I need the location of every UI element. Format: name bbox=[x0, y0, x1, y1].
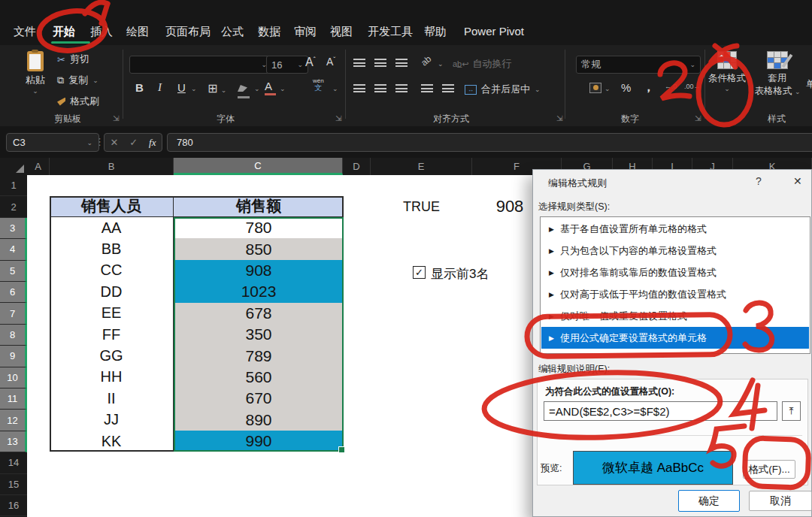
row-header-15[interactable]: 15 bbox=[0, 474, 27, 495]
name-box[interactable]: C3⌄ bbox=[6, 133, 99, 152]
row-header-9[interactable]: 9 bbox=[0, 346, 27, 367]
italic-button[interactable]: I bbox=[158, 81, 162, 94]
row-header-10[interactable]: 10 bbox=[0, 367, 27, 389]
menu-tab-10[interactable]: 帮助 bbox=[424, 25, 447, 39]
menu-tab-file[interactable]: 文件 bbox=[14, 25, 36, 39]
table-cell-value-II[interactable]: 670 bbox=[174, 388, 344, 409]
column-header-D[interactable]: D bbox=[343, 158, 371, 175]
column-header-E[interactable]: E bbox=[371, 158, 472, 175]
table-cell-name-AA[interactable]: AA bbox=[50, 217, 174, 238]
number-format-combo[interactable]: 常规⌄ bbox=[576, 56, 701, 74]
menu-tab-9[interactable]: 开发工具 bbox=[368, 25, 413, 39]
table-cell-name-FF[interactable]: FF bbox=[50, 324, 174, 345]
menu-tab-8[interactable]: 视图 bbox=[330, 25, 353, 39]
rule-formula-input[interactable]: =AND($E$2,C3>=$F$2) bbox=[544, 401, 777, 421]
align-right-icon[interactable] bbox=[395, 84, 408, 92]
dialog-close-button[interactable]: ✕ bbox=[793, 175, 802, 187]
paste-button[interactable]: 粘贴 ⌄ bbox=[18, 51, 53, 95]
shrink-font-button[interactable]: Aˇ bbox=[326, 56, 335, 68]
conditional-formatting-button[interactable]: 条件格式 ⌄ bbox=[705, 51, 749, 92]
cell-styles-button[interactable]: 单 bbox=[806, 78, 812, 91]
percent-style-button[interactable]: % bbox=[621, 81, 631, 94]
dialog-help-button[interactable]: ? bbox=[756, 175, 762, 187]
increase-decimal-icon[interactable]: ←.0 bbox=[665, 83, 677, 90]
orientation-icon[interactable]: ab bbox=[419, 53, 433, 68]
number-launcher-icon[interactable]: ⇲ bbox=[695, 114, 701, 122]
select-all-corner[interactable] bbox=[0, 158, 27, 175]
menu-tab-home[interactable]: 开始 bbox=[53, 25, 75, 39]
underline-dropdown[interactable]: ⌄ bbox=[191, 85, 197, 92]
menu-tab-3[interactable]: 绘图 bbox=[126, 25, 149, 39]
table-cell-name-HH[interactable]: HH bbox=[50, 367, 174, 388]
phonetic-dropdown[interactable]: ⌄ bbox=[332, 85, 338, 92]
table-cell-name-CC[interactable]: CC bbox=[50, 260, 174, 281]
font-launcher-icon[interactable]: ⇲ bbox=[335, 114, 341, 122]
comma-style-button[interactable]: ， bbox=[642, 78, 655, 95]
row-header-8[interactable]: 8 bbox=[0, 325, 27, 346]
align-left-icon[interactable] bbox=[353, 84, 365, 92]
clipboard-launcher-icon[interactable]: ⇲ bbox=[113, 114, 119, 122]
align-middle-icon[interactable] bbox=[374, 59, 386, 67]
row-header-6[interactable]: 6 bbox=[0, 282, 27, 303]
format-as-table-button[interactable]: 套用 表格格式 ⌄ bbox=[752, 51, 803, 98]
menu-tab-7[interactable]: 审阅 bbox=[294, 25, 317, 39]
table-cell-value-FF[interactable]: 350 bbox=[174, 324, 344, 345]
table-cell-name-JJ[interactable]: JJ bbox=[50, 410, 174, 431]
table-cell-value-KK[interactable]: 990 bbox=[174, 431, 344, 452]
increase-indent-icon[interactable] bbox=[442, 84, 454, 92]
insert-function-icon[interactable]: fx bbox=[149, 137, 156, 149]
row-header-14[interactable]: 14 bbox=[0, 452, 27, 473]
merge-center-button[interactable]: ↔ 合并后居中 ⌄ bbox=[465, 83, 541, 96]
orientation-dropdown[interactable]: ⌄ bbox=[438, 60, 444, 68]
top3-checkbox[interactable]: ✓ bbox=[413, 266, 426, 279]
borders-button[interactable]: ⊞ ⌄ bbox=[208, 81, 226, 95]
phonetic-button[interactable]: wén 文 bbox=[313, 78, 324, 92]
table-cell-name-II[interactable]: II bbox=[50, 388, 174, 409]
row-header-4[interactable]: 4 bbox=[0, 239, 27, 260]
cut-button[interactable]: ✂ 剪切 bbox=[57, 53, 89, 66]
row-header-13[interactable]: 13 bbox=[0, 431, 27, 452]
rule-type-option-3[interactable]: ▶仅对排名靠前或靠后的数值设置格式 bbox=[541, 262, 809, 283]
column-header-A[interactable]: A bbox=[27, 158, 50, 175]
cell-e2[interactable]: TRUE bbox=[371, 196, 472, 217]
accounting-dropdown[interactable]: ⌄ bbox=[604, 85, 611, 92]
copy-button[interactable]: ⧉ 复制 ⌄ bbox=[57, 74, 98, 87]
decrease-indent-icon[interactable] bbox=[421, 84, 433, 92]
table-cell-value-BB[interactable]: 850 bbox=[174, 238, 344, 259]
align-top-icon[interactable] bbox=[353, 59, 365, 67]
menu-tab-5[interactable]: 公式 bbox=[221, 25, 244, 39]
row-header-16[interactable]: 16 bbox=[0, 495, 27, 516]
collapse-dialog-button[interactable]: ⤒ bbox=[782, 401, 801, 421]
column-header-C[interactable]: C bbox=[174, 158, 343, 175]
accounting-format-icon[interactable] bbox=[589, 83, 601, 93]
row-header-7[interactable]: 7 bbox=[0, 303, 27, 324]
underline-button[interactable]: U bbox=[177, 81, 186, 94]
rule-type-option-2[interactable]: ▶只为包含以下内容的单元格设置格式 bbox=[541, 240, 809, 262]
row-header-1[interactable]: 1 bbox=[0, 175, 27, 196]
table-cell-value-JJ[interactable]: 890 bbox=[174, 410, 344, 431]
alignment-launcher-icon[interactable]: ⇲ bbox=[556, 114, 562, 122]
fill-color-button[interactable] bbox=[238, 81, 250, 98]
font-color-dropdown[interactable]: ⌄ bbox=[280, 85, 286, 92]
grow-font-button[interactable]: Aˆ bbox=[305, 56, 316, 69]
table-cell-value-GG[interactable]: 789 bbox=[174, 345, 344, 366]
table-cell-name-EE[interactable]: EE bbox=[50, 303, 174, 324]
menu-tab-11[interactable]: Power Pivot bbox=[464, 25, 524, 38]
confirm-entry-icon[interactable]: ✓ bbox=[129, 137, 138, 148]
cancel-button[interactable]: 取消 bbox=[749, 491, 812, 511]
rule-type-option-1[interactable]: ▶基于各自值设置所有单元格的格式 bbox=[541, 218, 809, 240]
format-painter-button[interactable]: 格式刷 bbox=[57, 95, 99, 108]
table-cell-value-HH[interactable]: 560 bbox=[174, 367, 344, 388]
rule-type-option-4[interactable]: ▶仅对高于或低于平均值的数值设置格式 bbox=[541, 283, 809, 305]
font-color-button[interactable]: A bbox=[265, 80, 276, 95]
table-cell-value-EE[interactable]: 678 bbox=[174, 303, 344, 324]
table-cell-value-AA[interactable]: 780 bbox=[174, 217, 344, 238]
ok-button[interactable]: 确定 bbox=[678, 490, 740, 512]
rule-type-option-6[interactable]: ▶使用公式确定要设置格式的单元格 bbox=[541, 327, 809, 349]
column-header-B[interactable]: B bbox=[50, 158, 174, 175]
row-header-11[interactable]: 11 bbox=[0, 389, 27, 410]
formula-input[interactable]: 780 bbox=[167, 133, 812, 152]
menu-tab-4[interactable]: 页面布局 bbox=[165, 25, 211, 39]
table-cell-value-DD[interactable]: 1023 bbox=[174, 281, 344, 302]
bold-button[interactable]: B bbox=[135, 81, 144, 94]
